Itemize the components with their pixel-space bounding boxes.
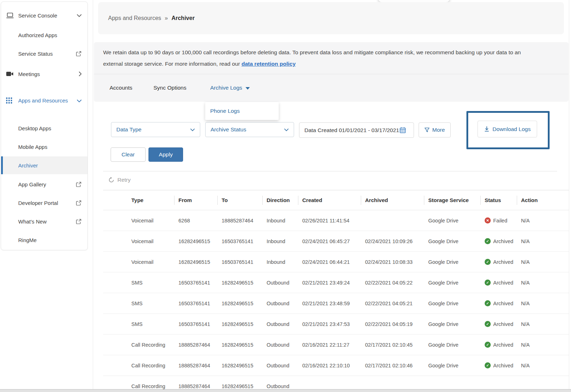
clear-button[interactable]: Clear <box>111 147 146 162</box>
cell-storage-service: Google Drive <box>424 342 480 348</box>
cell-storage-service: Google Drive <box>424 218 480 223</box>
cell-action: N/A <box>517 321 569 327</box>
more-label: More <box>432 127 445 133</box>
divider <box>94 74 569 74</box>
sidebar-item-authorized-apps[interactable]: Authorized Apps <box>1 27 87 43</box>
status-icon: ✓ <box>485 238 491 244</box>
cell-to: 16503765141 <box>217 238 262 244</box>
sidebar-item-label: Mobile Apps <box>18 144 87 150</box>
cell-action: N/A <box>517 342 569 348</box>
cell-archived: 02/22/2021 04:05:19 <box>361 321 424 327</box>
laptop-icon <box>6 12 18 19</box>
cell-archived: 02/22/2021 04:05:21 <box>361 301 424 306</box>
clear-label: Clear <box>121 151 135 158</box>
cell-direction: Outbound <box>262 342 298 348</box>
column-header-status: Status <box>480 197 517 203</box>
sidebar-item-service-status[interactable]: Service Status <box>1 46 87 61</box>
status-icon: ✓ <box>485 362 491 368</box>
download-logs-button[interactable]: Download Logs <box>477 121 537 137</box>
sidebar-item-label: What's New <box>18 218 76 225</box>
archive-status-select[interactable]: Archive Status <box>205 122 294 137</box>
cell-from: 16503765141 <box>174 301 217 306</box>
sidebar-item-label: Desktop Apps <box>18 125 87 131</box>
cell-action: N/A <box>517 218 569 223</box>
menu-item-phone-logs[interactable]: Phone Logs <box>210 108 240 114</box>
external-link-icon <box>76 200 82 206</box>
column-header-direction: Direction <box>262 197 298 203</box>
tab-archive-logs[interactable]: Archive Logs <box>210 83 250 93</box>
status-icon: ✕ <box>485 217 491 223</box>
breadcrumb-section[interactable]: Apps and Resources <box>108 15 161 21</box>
tab-accounts[interactable]: Accounts <box>110 83 132 93</box>
sidebar-item-meetings[interactable]: Meetings <box>1 66 87 82</box>
cell-action: N/A <box>517 363 569 368</box>
sidebar-item-label: Meetings <box>18 71 79 77</box>
bottom-bar <box>0 389 571 392</box>
column-header-action: Action <box>517 197 569 203</box>
retry-button[interactable]: Retry <box>108 175 131 185</box>
cell-created: 02/24/2021 06:44:21 <box>298 259 361 265</box>
sidebar-item-label: Apps and Resources <box>18 95 77 106</box>
chevron-down-icon <box>77 14 82 17</box>
tab-sync-options[interactable]: Sync Options <box>153 83 186 93</box>
cell-direction: Outbound <box>262 383 298 389</box>
cell-type: Voicemail <box>127 218 174 223</box>
table-row[interactable]: Call Recording 18885287464 16282496515 O… <box>103 355 569 376</box>
cell-action: N/A <box>517 238 569 244</box>
chevron-down-icon <box>77 99 82 102</box>
cell-storage-service: Google Drive <box>424 238 480 244</box>
column-header-storage-service: Storage Service <box>424 197 480 203</box>
status-label: Failed <box>493 218 507 223</box>
sidebar-item-developer-portal[interactable]: Developer Portal <box>1 195 87 211</box>
chevron-down-icon <box>284 128 289 131</box>
cell-type: Voicemail <box>127 238 174 244</box>
table-row[interactable]: Voicemail 6268 18885287464 Inbound 02/26… <box>103 210 569 231</box>
cell-action: N/A <box>517 301 569 306</box>
cell-created: 02/16/2021 22:11:27 <box>298 342 361 348</box>
data-retention-policy-link[interactable]: data retention policy <box>242 61 296 67</box>
date-range-field[interactable]: Data Created 01/01/2021 - 03/17/2021 <box>299 122 414 138</box>
column-header-archived: Archived <box>361 197 424 203</box>
filter-funnel-icon <box>424 127 430 133</box>
sidebar-item-label: Developer Portal <box>18 200 76 206</box>
more-filters-button[interactable]: More <box>419 122 451 137</box>
tab-label: Sync Options <box>153 85 186 91</box>
cell-from: 18885287464 <box>174 342 217 348</box>
apply-button[interactable]: Apply <box>148 147 183 162</box>
cell-status: ✕ Failed <box>480 217 517 223</box>
sidebar-item-service-console[interactable]: Service Console <box>1 7 87 23</box>
table-body: Voicemail 6268 18885287464 Inbound 02/26… <box>103 210 569 389</box>
table-row[interactable]: Call Recording 18885287464 16282496515 O… <box>103 335 569 355</box>
apply-label: Apply <box>159 151 173 158</box>
status-label: Archived <box>493 301 513 306</box>
table-row[interactable]: SMS 16503765141 16282496515 Outbound 02/… <box>103 293 569 314</box>
cell-created: 02/16/2021 22:10:10 <box>298 363 361 368</box>
sidebar-item-label: RingMe <box>18 237 87 243</box>
sidebar-item-archiver[interactable]: Archiver <box>1 156 87 174</box>
table-row[interactable]: Voicemail 16282496515 16503765141 Inboun… <box>103 231 569 252</box>
table-row[interactable]: Voicemail 16282496515 16503765141 Inboun… <box>103 252 569 272</box>
sidebar-item-whats-new[interactable]: What's New <box>1 213 87 229</box>
video-camera-icon <box>6 71 18 76</box>
archive-logs-dropdown-menu: Phone Logs <box>205 102 279 120</box>
table-row[interactable]: SMS 16503765141 16282496515 Outbound 02/… <box>103 272 569 293</box>
data-type-select[interactable]: Data Type <box>111 122 200 137</box>
cell-action: N/A <box>517 259 569 265</box>
sidebar-item-mobile-apps[interactable]: Mobile Apps <box>1 139 87 155</box>
sidebar-item-desktop-apps[interactable]: Desktop Apps <box>1 120 87 136</box>
cell-direction: Outbound <box>262 301 298 306</box>
sidebar-item-label: Authorized Apps <box>18 32 87 38</box>
sidebar-item-ringme[interactable]: RingMe <box>1 232 87 248</box>
sidebar-item-apps-and-resources[interactable]: Apps and Resources <box>1 88 87 114</box>
cell-status: ✓ Archived <box>480 321 517 327</box>
caret-down-icon <box>246 87 250 90</box>
main-content: Apps and Resources » Archiver We retain … <box>93 0 569 389</box>
info-and-tabs-panel: We retain data up to 90 days or 100,000 … <box>94 42 569 102</box>
table-row[interactable]: SMS 16503765141 16282496515 Outbound 02/… <box>103 314 569 335</box>
table-row[interactable]: Call Recording 18885287464 16282496515 O… <box>103 376 569 389</box>
cell-storage-service: Google Drive <box>424 259 480 265</box>
status-label: Archived <box>493 259 513 265</box>
cell-from: 18885287464 <box>174 363 217 368</box>
breadcrumb: Apps and Resources » Archiver <box>98 2 564 34</box>
sidebar-item-app-gallery[interactable]: App Gallery <box>1 176 87 192</box>
